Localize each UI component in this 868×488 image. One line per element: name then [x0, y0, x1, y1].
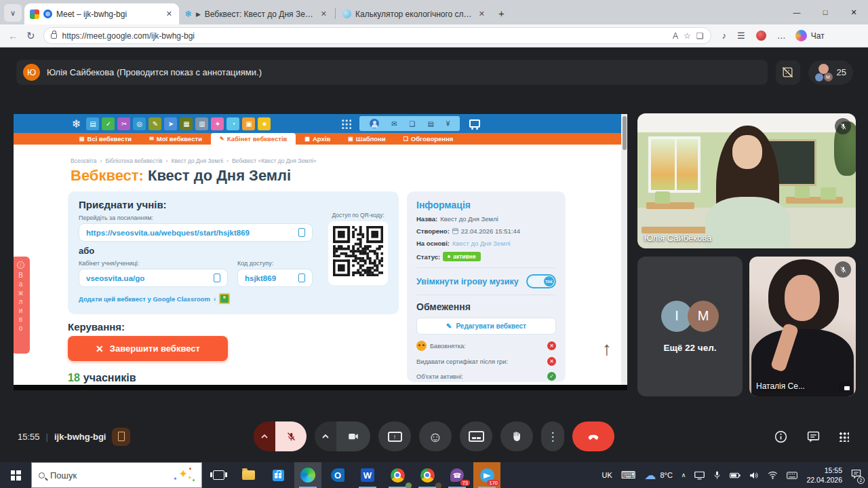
- chrome-button[interactable]: [384, 462, 411, 488]
- tab-list-chevron-icon[interactable]: ∨: [4, 4, 22, 22]
- google-classroom-icon[interactable]: [219, 293, 230, 304]
- important-tag[interactable]: ! Важливо: [14, 257, 30, 354]
- currency-icon[interactable]: ¥: [446, 120, 450, 128]
- scrollbar-thumb[interactable]: [623, 116, 627, 150]
- cart-icon[interactable]: [469, 119, 480, 128]
- tab-audio-icon[interactable]: ▶: [196, 11, 201, 18]
- tray-mic-icon[interactable]: [713, 470, 721, 480]
- tool-graduation-icon[interactable]: ★: [258, 117, 271, 130]
- mail-icon[interactable]: ✉: [391, 120, 397, 128]
- breadcrumb-item[interactable]: Бібліотека вебквестів: [105, 157, 162, 164]
- more-options-button[interactable]: ⋮: [541, 421, 564, 451]
- cast-icon[interactable]: [694, 471, 705, 480]
- edge-button[interactable]: [294, 462, 321, 488]
- profile-icon[interactable]: [370, 119, 379, 128]
- start-link-value[interactable]: https://vseosvita.ua/webquest/start/hsjk…: [86, 229, 250, 237]
- new-tab-button[interactable]: +: [498, 7, 505, 19]
- lock-icon[interactable]: [51, 33, 57, 39]
- battery-icon[interactable]: [730, 472, 741, 479]
- video-tile-overflow[interactable]: I M Ещё 22 чел.: [637, 257, 743, 396]
- cabinet-field[interactable]: vseosvita.ua/go: [79, 269, 228, 287]
- cabinet-value[interactable]: vseosvita.ua/go: [86, 274, 144, 282]
- nav-webquest-cabinet[interactable]: ✎Кабінет вебквестів: [211, 133, 296, 145]
- reactions-button[interactable]: ☺: [419, 421, 452, 451]
- tool-timer-icon[interactable]: ◔: [226, 117, 239, 130]
- mic-muted-toggle[interactable]: [275, 421, 307, 451]
- mic-options-chevron[interactable]: [254, 421, 275, 451]
- keyboard-layout-icon[interactable]: ⌨: [621, 469, 636, 481]
- scroll-to-top-arrow[interactable]: ↑: [602, 338, 612, 360]
- tool-briefcase-icon[interactable]: ▣: [242, 117, 255, 130]
- tab-meet[interactable]: Meet – ijk-bwhg-bgi ✕: [24, 3, 179, 24]
- camera-toggle[interactable]: [336, 421, 370, 451]
- refresh-button[interactable]: ↻: [26, 30, 35, 42]
- window-minimize-button[interactable]: —: [783, 0, 811, 24]
- chrome-button-2[interactable]: [414, 462, 441, 488]
- nav-discussion[interactable]: ❑Обговорення: [395, 133, 462, 145]
- google-classroom-link[interactable]: Додати цей вебквест у Google Classroom ›: [79, 293, 313, 304]
- address-bar[interactable]: https://meet.google.com/ijk-bwhg-bgi A ☆…: [43, 27, 711, 44]
- camera-button[interactable]: [315, 421, 370, 451]
- browser-menu-icon[interactable]: …: [777, 31, 786, 41]
- wifi-icon[interactable]: [768, 471, 778, 479]
- window-close-button[interactable]: ✕: [840, 0, 868, 24]
- tab-close-icon[interactable]: ✕: [477, 10, 486, 18]
- status-off-icon[interactable]: ✕: [547, 341, 556, 350]
- tray-expand-chevron[interactable]: ∧: [682, 472, 686, 478]
- finish-webquest-button[interactable]: ✕ Завершити вебквест: [68, 336, 228, 361]
- nav-templates[interactable]: ▣Шаблони: [339, 133, 394, 145]
- present-button[interactable]: ↑: [378, 421, 411, 451]
- end-call-button[interactable]: [572, 421, 614, 451]
- start-button[interactable]: [0, 462, 31, 488]
- copy-icon[interactable]: [298, 228, 305, 237]
- volume-icon[interactable]: [749, 471, 759, 480]
- weather-widget[interactable]: ☁ 8°C: [644, 470, 672, 481]
- media-playing-icon[interactable]: ♪: [722, 31, 727, 41]
- tool-qr-icon[interactable]: ▦: [180, 117, 193, 130]
- edit-webquest-button[interactable]: ✎ Редагувати вебквест: [416, 318, 556, 335]
- meeting-details-icon[interactable]: [774, 430, 788, 444]
- tool-cursor-icon[interactable]: ➤: [164, 117, 177, 130]
- split-screen-icon[interactable]: ❏: [696, 31, 704, 41]
- nav-all-webquests[interactable]: ▤Всі вебквести: [71, 133, 140, 145]
- window-restore-button[interactable]: □: [811, 0, 840, 24]
- breadcrumb-item[interactable]: Квест до Дня Землі: [171, 157, 223, 164]
- status-off-icon[interactable]: ✕: [547, 357, 556, 366]
- copilot-button[interactable]: Чат: [795, 30, 825, 41]
- chat-icon[interactable]: [806, 430, 821, 444]
- word-button[interactable]: W: [354, 462, 381, 488]
- participants-button[interactable]: M 25: [808, 60, 853, 85]
- tool-magic-wand-icon[interactable]: ✦: [211, 117, 224, 130]
- collections-icon[interactable]: ☰: [737, 31, 745, 41]
- status-on-icon[interactable]: ✓: [547, 372, 556, 381]
- task-view-button[interactable]: [205, 462, 232, 488]
- picture-in-picture-icon[interactable]: [839, 381, 851, 392]
- breadcrumb-item[interactable]: Всеосвіта: [71, 157, 97, 164]
- viber-button[interactable]: ☎73: [443, 462, 471, 488]
- touch-keyboard-icon[interactable]: [787, 472, 797, 479]
- user-quick-panel[interactable]: ✉ ❑ ▤ ¥: [359, 116, 460, 131]
- file-explorer-button[interactable]: [235, 462, 262, 488]
- tool-doc-icon[interactable]: ▥: [195, 117, 208, 130]
- documents-icon[interactable]: ▤: [427, 120, 433, 128]
- music-toggle[interactable]: ТАК: [526, 274, 556, 288]
- url-text[interactable]: https://meet.google.com/ijk-bwhg-bgi: [62, 31, 667, 41]
- favorite-star-icon[interactable]: ☆: [684, 31, 691, 41]
- camera-options-chevron[interactable]: [315, 421, 336, 451]
- mic-button[interactable]: [254, 421, 307, 451]
- tab-close-icon[interactable]: ✕: [165, 10, 174, 18]
- activities-grid-icon[interactable]: [839, 432, 849, 442]
- copy-icon[interactable]: [214, 274, 220, 282]
- notifications-button[interactable]: 2: [851, 469, 861, 481]
- start-link-field[interactable]: https://vseosvita.ua/webquest/start/hsjk…: [79, 223, 313, 242]
- extension-icon[interactable]: [756, 31, 766, 41]
- read-aloud-icon[interactable]: A: [673, 31, 678, 41]
- nav-my-webquests[interactable]: ✉Мої вебквести: [140, 133, 211, 145]
- access-code-field[interactable]: hsjkt869: [237, 269, 313, 287]
- page-scrollbar[interactable]: [621, 114, 627, 385]
- video-tile-presenter[interactable]: Юлія Сайбекова: [637, 113, 856, 248]
- taskbar-clock[interactable]: 15:55 22.04.2026: [806, 466, 842, 485]
- copy-icon[interactable]: [298, 274, 305, 282]
- based-on-link[interactable]: Квест до Дня Землі: [452, 240, 511, 247]
- tool-zoom-doc-icon[interactable]: ◎: [133, 117, 146, 130]
